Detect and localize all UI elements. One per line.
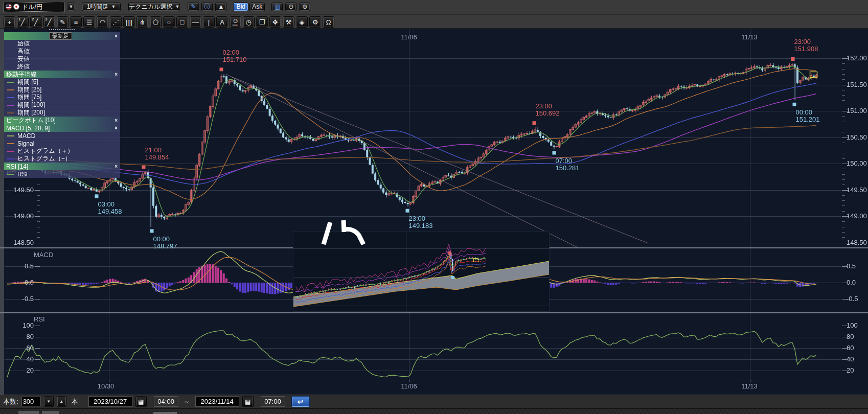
area-chart-button[interactable]: ▲	[215, 3, 226, 11]
pan-tool[interactable]: ✥	[269, 16, 281, 28]
date-to-input[interactable]	[195, 396, 239, 407]
close-icon[interactable]: ×	[115, 72, 118, 77]
icon-stamp-label: icon	[230, 24, 241, 27]
series-color-icon	[7, 82, 14, 83]
rectangle-icon: □	[180, 18, 185, 26]
pitchfork-tool[interactable]: ⋔	[136, 16, 148, 28]
bar-count-down-button[interactable]: ▼	[44, 396, 54, 407]
hlines-tool[interactable]: ☰	[83, 16, 95, 28]
draw-pencil-button[interactable]: ✎	[188, 3, 199, 11]
legend-item: RSI	[4, 170, 120, 178]
time-to-input[interactable]	[261, 396, 285, 407]
legend-item: 安値	[4, 55, 120, 63]
calendar-to-button[interactable]: ▦	[242, 396, 254, 407]
vlines-icon: ||||	[126, 18, 133, 26]
info-button[interactable]: ⓘ	[201, 3, 213, 11]
hsegment-icon: —	[192, 18, 199, 26]
rectangle-tool[interactable]: □	[176, 16, 188, 28]
copy-tool[interactable]: ❐	[256, 16, 268, 28]
magnet-tool[interactable]: Ω	[323, 16, 334, 28]
legend-label: ピークボトム [10]	[6, 116, 56, 125]
close-icon[interactable]: ×	[115, 164, 118, 169]
close-icon[interactable]: ×	[115, 34, 118, 39]
timeframe-dropdown[interactable]: 1時間足 ▼	[82, 3, 121, 11]
vlines-tool[interactable]: ||||	[123, 16, 135, 28]
legend-item: 期間 [5]	[4, 78, 120, 86]
legend-item: Signal	[4, 140, 120, 147]
trendline1-tool[interactable]: ╱1	[17, 16, 29, 28]
inset-chart-canvas[interactable]	[293, 232, 549, 311]
zoom-in-icon: ⊕	[302, 3, 307, 10]
pitchfork-icon: ⋔	[140, 18, 145, 26]
zoom-out-button[interactable]: ⊖	[285, 3, 296, 11]
eraser-icon: ◈	[300, 18, 305, 26]
range-tilde: ～	[184, 397, 190, 406]
chart-type-button[interactable]: ▥	[271, 3, 283, 11]
bottom-tab[interactable]	[18, 411, 39, 414]
bar-count-input[interactable]	[21, 397, 41, 406]
pencil-tool[interactable]: ✎	[57, 16, 68, 28]
legend-item: ヒストグラム（＋）	[4, 147, 120, 155]
bid-label: Bid	[237, 3, 245, 10]
legend-item: MACD	[4, 132, 120, 140]
triangle-down-icon: ▼	[47, 399, 51, 404]
pair-dropdown-button[interactable]: ▼	[67, 3, 75, 11]
crosshair-tool[interactable]: +	[4, 16, 15, 28]
bar-unit-label: 本	[72, 397, 78, 406]
eraser-tool[interactable]: ◈	[296, 16, 308, 28]
ask-button[interactable]: Ask	[249, 3, 265, 11]
settings-wrench-tool[interactable]: ⚒	[283, 16, 294, 28]
settings-wrench-icon: ⚒	[286, 18, 292, 26]
price-info-header[interactable]: 最新足×	[4, 32, 120, 40]
hline-tool[interactable]: ≡	[70, 16, 82, 28]
pentagon-icon: ⬠	[153, 18, 158, 26]
drawing-toolbar: +╱1╱2╱3✎≡☰◠⋰||||⋔⬠○□—|A☺icon◷❐✥⚒◈⚙Ω	[0, 14, 868, 28]
trendline2-tool[interactable]: ╱2	[30, 16, 42, 28]
close-icon[interactable]: ×	[115, 126, 118, 131]
legend-panel[interactable]: 最新足×始値高値安値終値移動平均線×期間 [5]期間 [25]期間 [75]期間…	[4, 32, 120, 178]
bar-count-up-button[interactable]: ▲	[57, 396, 66, 407]
pentagon-tool[interactable]: ⬠	[150, 16, 162, 28]
bottom-tab[interactable]	[42, 411, 59, 414]
vsegment-tool[interactable]: |	[203, 16, 215, 28]
draw-pencil-icon: ✎	[191, 3, 196, 10]
zoom-out-icon: ⊖	[288, 3, 293, 10]
time-from-input[interactable]	[154, 396, 178, 407]
hsegment-tool[interactable]: —	[190, 16, 201, 28]
legend-drag-handle[interactable]	[49, 29, 75, 30]
text-tool[interactable]: A	[216, 16, 228, 28]
legend-label: RSI	[17, 171, 28, 178]
circle-tool[interactable]: ○	[163, 16, 175, 28]
series-color-icon	[7, 97, 14, 98]
ma-header[interactable]: 移動平均線×	[4, 71, 120, 78]
series-color-icon	[7, 158, 14, 159]
zoom-in-button[interactable]: ⊕	[299, 3, 310, 11]
trendline3-tool[interactable]: ╱3	[43, 16, 55, 28]
legend-item: 終値	[4, 63, 120, 71]
crosshair-icon: +	[8, 18, 12, 26]
technical-select-dropdown[interactable]: テクニカル選択 ▼	[128, 3, 180, 11]
latest-bar-button[interactable]: 最新足	[49, 32, 72, 40]
series-color-icon	[7, 174, 14, 175]
object-list-tool[interactable]: ⚙	[309, 16, 321, 28]
bottom-tab[interactable]	[153, 412, 177, 414]
trendline3-icon: ╱	[48, 18, 52, 26]
currency-pair-selector[interactable]: ドル/円	[4, 2, 64, 12]
pencil-icon: ✎	[60, 18, 65, 26]
main-chart-canvas[interactable]	[0, 0, 868, 414]
icon-stamp-tool[interactable]: ☺icon	[230, 16, 241, 28]
macd-header[interactable]: MACD [5, 20, 9]×	[4, 124, 120, 132]
rsi-header[interactable]: RSI [14]×	[4, 163, 120, 170]
date-from-input[interactable]	[88, 396, 132, 407]
chart-type-icon: ▥	[275, 3, 280, 10]
gann-fan-tool[interactable]: ⋰	[110, 16, 122, 28]
apply-range-button[interactable]: ↩	[291, 396, 310, 407]
fan-arc-tool[interactable]: ◠	[97, 16, 108, 28]
calendar-from-button[interactable]: ▦	[135, 396, 147, 407]
history-tool[interactable]: ◷	[243, 16, 255, 28]
close-icon[interactable]: ×	[115, 118, 118, 123]
peakbottom-header[interactable]: ピークボトム [10]×	[4, 117, 120, 124]
bid-button[interactable]: Bid	[233, 3, 248, 11]
inset-mini-chart-window[interactable]: 15215115023:00151.90800:00151.201	[293, 231, 550, 312]
series-color-icon	[7, 135, 14, 136]
